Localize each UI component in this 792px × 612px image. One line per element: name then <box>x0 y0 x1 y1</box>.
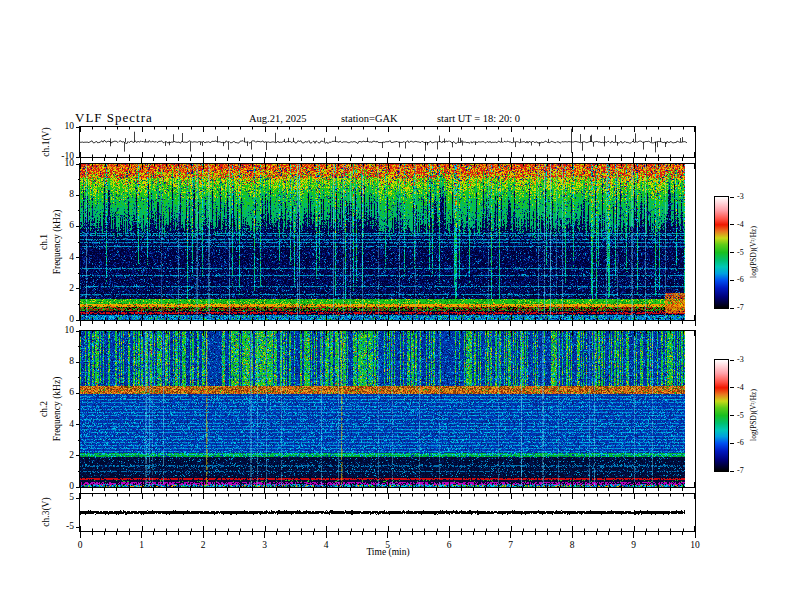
x-tick <box>461 321 462 324</box>
x-tick <box>104 488 105 491</box>
colorbar-ch1-gradient <box>715 197 728 308</box>
colorbar-tick <box>730 224 734 225</box>
x-tick <box>350 321 351 324</box>
x-tick <box>498 321 499 324</box>
y-tick <box>76 257 80 258</box>
colorbar-ch2-gradient <box>715 360 728 471</box>
header-date: Aug.21, 2025 <box>249 113 306 124</box>
x-tick <box>338 532 339 535</box>
vlf-spectra-figure: VLF Spectra Aug.21, 2025 station=GAK sta… <box>0 0 792 612</box>
x-tick <box>695 532 696 538</box>
x-tick <box>141 488 142 493</box>
x-tick <box>498 532 499 535</box>
ch2-spectrogram-canvas <box>80 331 695 487</box>
x-tick <box>547 532 548 535</box>
x-tick <box>252 488 253 491</box>
x-tick <box>633 321 634 326</box>
x-tick <box>510 532 511 538</box>
x-tick <box>608 532 609 535</box>
x-tick <box>412 532 413 535</box>
x-tick <box>203 158 204 163</box>
colorbar-tick-label: -7 <box>737 466 744 475</box>
y-tick-label: -5 <box>50 521 74 532</box>
x-tick <box>289 488 290 491</box>
x-tick <box>473 488 474 491</box>
x-tick <box>92 488 93 491</box>
x-tick <box>252 158 253 161</box>
x-tick <box>535 488 536 491</box>
x-tick <box>695 158 696 163</box>
x-tick <box>153 158 154 161</box>
x-tick <box>153 321 154 324</box>
x-tick <box>80 321 81 326</box>
x-tick <box>424 321 425 324</box>
x-tick <box>633 158 634 163</box>
x-tick <box>239 488 240 491</box>
x-tick <box>547 488 548 491</box>
y-tick-label: 10 <box>50 325 74 336</box>
x-tick-label: 2 <box>201 540 206 551</box>
y-tick <box>76 288 80 289</box>
colorbar-ch2 <box>714 359 729 472</box>
x-tick <box>621 158 622 161</box>
ch2-spec-channel-label: ch.2 <box>39 401 49 417</box>
x-tick <box>608 488 609 491</box>
x-tick <box>338 321 339 324</box>
x-tick <box>485 488 486 491</box>
x-tick <box>301 158 302 161</box>
x-tick <box>190 532 191 535</box>
x-tick <box>449 488 450 493</box>
ch2-spec-frequency-label: Frequency (kHz) <box>52 377 62 442</box>
x-tick <box>338 488 339 491</box>
figure-title: VLF Spectra <box>75 110 153 126</box>
x-tick <box>313 321 314 324</box>
y-minor-tick <box>78 304 80 305</box>
x-tick <box>141 158 142 163</box>
x-tick <box>399 532 400 535</box>
x-tick <box>166 158 167 161</box>
y-tick <box>76 320 80 321</box>
x-tick <box>116 532 117 535</box>
x-tick <box>424 532 425 535</box>
x-tick-label: 10 <box>690 540 700 551</box>
y-tick <box>76 498 80 499</box>
x-tick <box>338 158 339 161</box>
y-minor-tick <box>78 346 80 347</box>
x-tick <box>449 321 450 326</box>
x-tick <box>559 321 560 324</box>
x-tick <box>572 321 573 326</box>
y-minor-tick <box>78 471 80 472</box>
x-tick <box>559 158 560 161</box>
x-tick <box>621 321 622 324</box>
x-tick <box>375 532 376 535</box>
x-tick <box>227 321 228 324</box>
x-tick <box>535 321 536 324</box>
x-tick <box>695 321 696 326</box>
x-tick <box>215 321 216 324</box>
x-tick <box>301 488 302 491</box>
x-tick <box>682 532 683 535</box>
x-tick <box>461 488 462 491</box>
y-tick <box>76 393 80 394</box>
x-tick <box>264 532 265 538</box>
y-tick <box>76 527 80 528</box>
colorbar-tick-label: -4 <box>737 220 744 229</box>
x-tick <box>682 158 683 161</box>
x-tick <box>362 488 363 491</box>
x-tick <box>535 158 536 161</box>
y-tick <box>76 164 80 165</box>
x-tick <box>547 321 548 324</box>
y-tick <box>76 226 80 227</box>
colorbar-tick <box>730 443 734 444</box>
x-tick <box>633 532 634 538</box>
y-tick-label: 2 <box>50 450 74 461</box>
y-tick-label: 6 <box>50 220 74 231</box>
x-tick <box>522 158 523 161</box>
x-tick <box>572 532 573 538</box>
x-tick <box>227 532 228 535</box>
colorbar-tick-label: -5 <box>737 248 744 257</box>
x-tick <box>387 321 388 326</box>
x-tick <box>522 532 523 535</box>
x-tick <box>178 488 179 491</box>
x-tick <box>190 158 191 161</box>
